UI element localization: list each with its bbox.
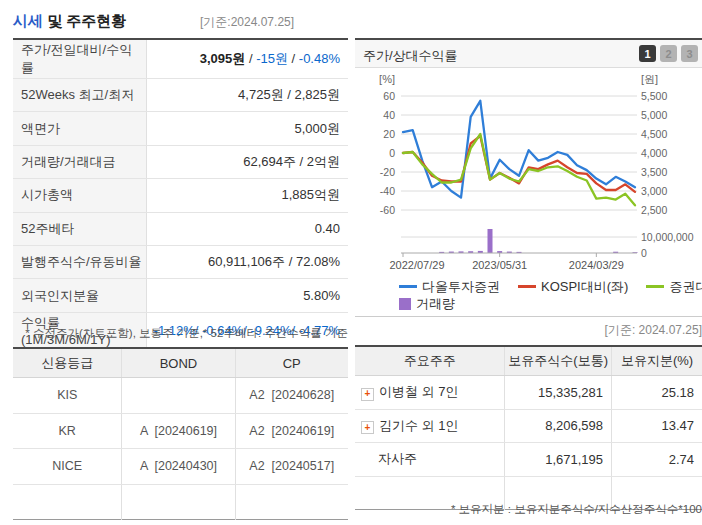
svg-text:40: 40 bbox=[383, 109, 395, 121]
credit-cell: KIS bbox=[13, 378, 122, 414]
page-title: 시세 및 주주현황 bbox=[13, 12, 126, 31]
value-segment: 3,095원 bbox=[200, 51, 246, 66]
table-row: KRA [20240619]A2 [20240619] bbox=[13, 413, 348, 449]
chart-legend: 다올투자증권KOSPI대비(좌)증권대비(좌)거래량 bbox=[399, 278, 699, 312]
table-row: 외국인지분율5.80% bbox=[13, 279, 348, 312]
svg-text:-60: -60 bbox=[380, 204, 395, 216]
value-segment: 0.40 bbox=[315, 221, 340, 236]
expand-plus-icon[interactable]: + bbox=[361, 388, 374, 401]
svg-text:5,500: 5,500 bbox=[641, 90, 667, 102]
svg-text:2024/03/29: 2024/03/29 bbox=[569, 259, 624, 271]
value-segment: / bbox=[245, 51, 256, 66]
holder-ratio-cell: 13.47 bbox=[612, 409, 702, 443]
table-row: 자사주1,671,1952.74 bbox=[355, 443, 702, 477]
quote-row-value: 62,694주 / 2억원 bbox=[147, 145, 349, 178]
quote-row-value: 5,000원 bbox=[147, 112, 349, 145]
legend-label: 증권대비(좌) bbox=[669, 278, 702, 296]
table-row: 발행주식수/유동비율60,911,106주 / 72.08% bbox=[13, 245, 348, 278]
quote-row-value: 5.80% bbox=[147, 279, 349, 312]
credit-cell: A [20240619] bbox=[122, 413, 235, 449]
major-holders-table: 주요주주보유주식수(보통)보유지분(%) +이병철 외 7인15,335,281… bbox=[355, 345, 702, 510]
svg-text:2022/07/29: 2022/07/29 bbox=[389, 259, 444, 271]
expand-plus-icon[interactable]: + bbox=[361, 421, 374, 434]
holder-shares-cell: 1,671,195 bbox=[505, 443, 612, 477]
quote-row-label: 52주베타 bbox=[13, 212, 147, 245]
legend-item: KOSPI대비(좌) bbox=[518, 278, 628, 296]
table-row: 주가/전일대비/수익률3,095원 / -15원 / -0.48% bbox=[13, 39, 348, 79]
legend-row-volume: 거래량 bbox=[399, 295, 699, 312]
legend-item: 거래량 bbox=[399, 295, 455, 313]
credit-cell: NICE bbox=[13, 449, 122, 485]
svg-text:4,000: 4,000 bbox=[641, 147, 667, 159]
holders-col-header: 보유주식수(보통) bbox=[505, 346, 612, 376]
svg-text:20: 20 bbox=[383, 128, 395, 140]
quote-table: 주가/전일대비/수익률3,095원 / -15원 / -0.48%52Weeks… bbox=[13, 38, 348, 350]
quote-row-label: 발행주식수/유동비율 bbox=[13, 245, 147, 278]
legend-label: 거래량 bbox=[416, 295, 455, 313]
quote-row-value: 3,095원 / -15원 / -0.48% bbox=[147, 39, 349, 79]
table-row: NICEA [20240430]A2 [20240517] bbox=[13, 449, 348, 485]
stock-summary-page: 시세 및 주주현황 [기준:2024.07.25] 주가/전일대비/수익률3,0… bbox=[0, 0, 702, 525]
quote-row-value: 60,911,106주 / 72.08% bbox=[147, 245, 349, 278]
quote-row-label: 주가/전일대비/수익률 bbox=[13, 39, 147, 79]
table-row: KISA2 [20240628] bbox=[13, 378, 348, 414]
svg-text:-40: -40 bbox=[380, 185, 395, 197]
svg-text:5,000: 5,000 bbox=[641, 109, 667, 121]
holders-footnote: * 보유지분 : 보유지분주식수/지수산정주식수*100 bbox=[355, 502, 702, 517]
chart-period-buttons: 123 bbox=[639, 45, 698, 62]
legend-line-swatch bbox=[646, 285, 664, 288]
quote-row-label: 시가총액 bbox=[13, 179, 147, 212]
quote-row-label: 거래량/거래대금 bbox=[13, 145, 147, 178]
divider bbox=[355, 316, 702, 317]
holder-ratio-cell: 2.74 bbox=[612, 443, 702, 477]
svg-text:-20: -20 bbox=[380, 166, 395, 178]
legend-item: 다올투자증권 bbox=[399, 278, 500, 296]
table-row: +김기수 외 1인8,206,59813.47 bbox=[355, 409, 702, 443]
holder-name-cell: 자사주 bbox=[355, 443, 505, 477]
credit-cell: A2 [20240517] bbox=[235, 449, 348, 485]
holder-name-cell: +김기수 외 1인 bbox=[355, 409, 505, 443]
legend-volume-swatch bbox=[399, 298, 411, 310]
svg-text:0: 0 bbox=[641, 247, 647, 259]
chart-page-button-2[interactable]: 2 bbox=[660, 45, 677, 62]
table-row: 액면가5,000원 bbox=[13, 112, 348, 145]
credit-cell bbox=[13, 484, 122, 520]
svg-text:2023/05/31: 2023/05/31 bbox=[472, 259, 527, 271]
credit-col-header: 신용등급 bbox=[13, 348, 122, 378]
quote-row-label: 외국인지분율 bbox=[13, 279, 147, 312]
value-segment: -15원 bbox=[256, 51, 288, 66]
holder-shares-cell: 8,206,598 bbox=[505, 409, 612, 443]
page-title-highlight: 시세 bbox=[13, 12, 43, 29]
credit-cell bbox=[122, 484, 235, 520]
table-row: 거래량/거래대금62,694주 / 2억원 bbox=[13, 145, 348, 178]
chart-page-button-1[interactable]: 1 bbox=[639, 45, 656, 62]
table-row: 52주베타0.40 bbox=[13, 212, 348, 245]
legend-line-swatch bbox=[518, 285, 536, 288]
chart-box: [%][원]605,500405,000204,50004,000-203,50… bbox=[355, 70, 702, 278]
credit-cell: A2 [20240628] bbox=[235, 378, 348, 414]
svg-text:4,500: 4,500 bbox=[641, 128, 667, 140]
holder-shares-cell: 15,335,281 bbox=[505, 376, 612, 410]
value-segment: 5.80% bbox=[303, 288, 340, 303]
legend-label: 다올투자증권 bbox=[422, 278, 500, 296]
table-row: 시가총액1,885억원 bbox=[13, 179, 348, 212]
svg-text:2,500: 2,500 bbox=[641, 204, 667, 216]
value-segment: 62,694주 / 2억원 bbox=[243, 154, 340, 169]
quote-row-label: 52Weeks 최고/최저 bbox=[13, 79, 147, 112]
value-segment: 60,911,106주 / 72.08% bbox=[208, 254, 340, 269]
credit-col-header: BOND bbox=[122, 348, 235, 378]
value-segment: -0.48% bbox=[299, 51, 340, 66]
price-volume-chart: [%][원]605,500405,000204,50004,000-203,50… bbox=[355, 70, 702, 278]
table-row: 52Weeks 최고/최저4,725원 / 2,825원 bbox=[13, 79, 348, 112]
credit-rating-table: 신용등급BONDCP KISA2 [20240628]KRA [20240619… bbox=[13, 347, 348, 520]
legend-line-swatch bbox=[399, 285, 417, 288]
value-segment: 4,725원 / 2,825원 bbox=[238, 87, 340, 102]
svg-text:3,000: 3,000 bbox=[641, 185, 667, 197]
holders-col-header: 보유지분(%) bbox=[612, 346, 702, 376]
value-segment: 5,000원 bbox=[294, 121, 340, 136]
legend-label: KOSPI대비(좌) bbox=[541, 278, 628, 296]
svg-text:3,500: 3,500 bbox=[641, 166, 667, 178]
legend-row-series: 다올투자증권KOSPI대비(좌)증권대비(좌) bbox=[399, 278, 699, 295]
credit-cell bbox=[122, 378, 235, 414]
chart-page-button-3[interactable]: 3 bbox=[681, 45, 698, 62]
